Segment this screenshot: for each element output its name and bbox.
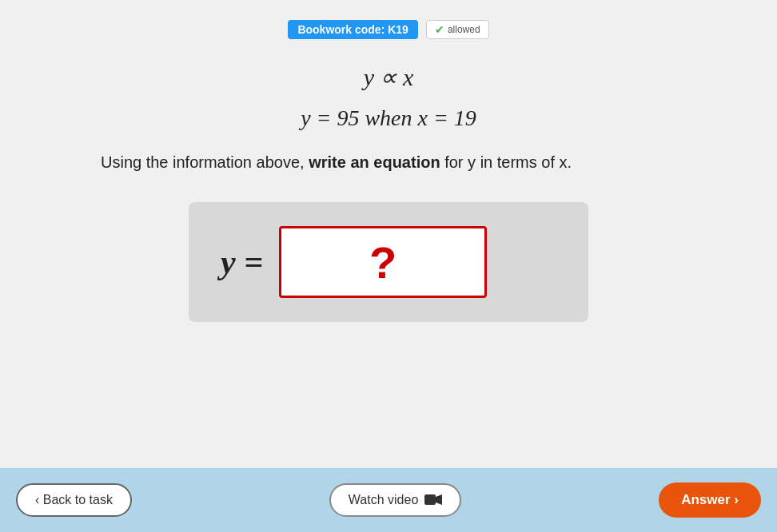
instruction-bold: write an equation	[309, 153, 440, 171]
main-content: Bookwork code: K19 ✔ allowed y ∝ x y = 9…	[0, 0, 777, 468]
back-button-label: ‹ Back to task	[35, 493, 113, 507]
math-section: y ∝ x y = 95 when x = 19 Using the infor…	[32, 63, 745, 322]
back-to-task-button[interactable]: ‹ Back to task	[16, 483, 132, 517]
check-icon: ✔	[435, 23, 444, 36]
allowed-badge: ✔ allowed	[426, 20, 489, 39]
svg-rect-0	[424, 494, 436, 505]
proportional-line: y ∝ x	[364, 63, 414, 91]
instruction-prefix: Using the information above,	[101, 153, 309, 171]
question-mark: ?	[369, 236, 396, 288]
video-camera-icon	[424, 494, 442, 506]
allowed-label: allowed	[448, 24, 480, 35]
watch-video-button[interactable]: Watch video	[329, 483, 461, 517]
header-bar: Bookwork code: K19 ✔ allowed	[32, 16, 745, 39]
equation-line: y = 95 when x = 19	[301, 105, 476, 131]
y-equals-label: y =	[221, 243, 263, 281]
answer-input-box[interactable]: ?	[279, 226, 487, 298]
answer-box-container: y = ?	[189, 202, 588, 322]
answer-button-label: Answer ›	[681, 492, 739, 508]
answer-button[interactable]: Answer ›	[659, 482, 761, 518]
instruction-line: Using the information above, write an eq…	[101, 153, 676, 172]
bookwork-badge: Bookwork code: K19	[288, 20, 417, 39]
instruction-suffix: for y in terms of x.	[440, 153, 572, 171]
watch-video-label: Watch video	[349, 493, 418, 507]
svg-marker-1	[436, 494, 442, 505]
bottom-bar: ‹ Back to task Watch video Answer ›	[0, 468, 777, 532]
